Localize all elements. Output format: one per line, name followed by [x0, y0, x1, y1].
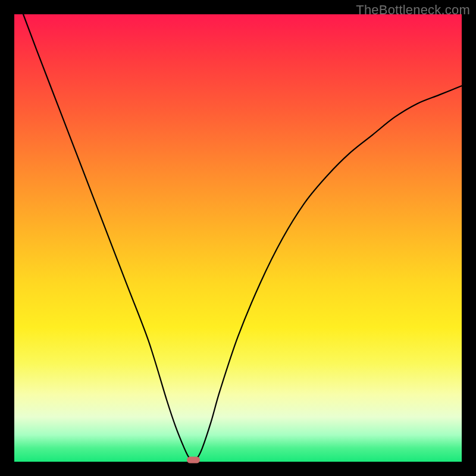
plot-area	[14, 14, 462, 462]
bottleneck-curve	[14, 14, 462, 462]
chart-container: TheBottleneck.com	[0, 0, 476, 476]
optimum-marker	[187, 457, 200, 464]
